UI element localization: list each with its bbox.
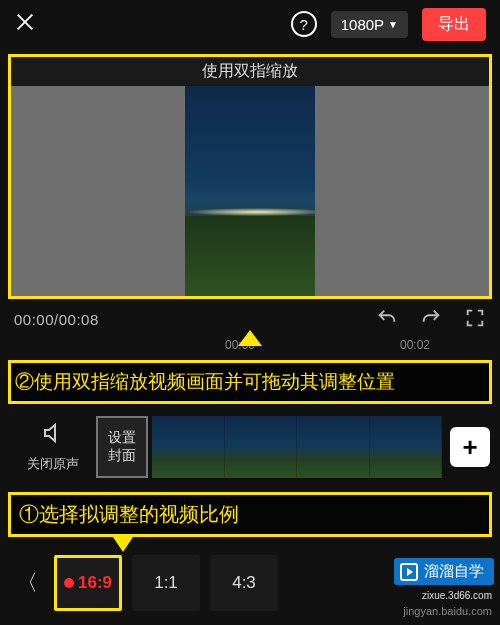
mute-audio-button[interactable]: 关闭原声: [10, 421, 96, 473]
clip-thumb[interactable]: [152, 416, 225, 478]
ratio-16-9-button[interactable]: 16:9: [54, 555, 122, 611]
clip-thumb[interactable]: [297, 416, 370, 478]
resolution-label: 1080P: [341, 16, 384, 33]
ratio-1-1-button[interactable]: 1:1: [132, 555, 200, 611]
annotation-step-1: ①选择拟调整的视频比例: [8, 492, 492, 537]
preview-stage[interactable]: [11, 86, 489, 296]
resolution-dropdown[interactable]: 1080P ▼: [331, 11, 408, 38]
time-display: 00:00/00:08: [14, 311, 99, 328]
record-dot-icon: [64, 578, 74, 588]
mute-label: 关闭原声: [10, 455, 96, 473]
cover-label-2: 封面: [108, 447, 136, 465]
help-icon[interactable]: ?: [291, 11, 317, 37]
timeline-ruler[interactable]: 00:00 00:02: [0, 338, 500, 356]
fullscreen-button[interactable]: [464, 307, 486, 332]
chevron-down-icon: ▼: [388, 19, 398, 30]
clip-strip[interactable]: [152, 416, 442, 478]
ratio-4-3-button[interactable]: 4:3: [210, 555, 278, 611]
watermark-domain: zixue.3d66.com: [422, 590, 492, 601]
watermark-source: jingyan.baidu.com: [403, 605, 492, 617]
preview-area[interactable]: 使用双指缩放: [8, 54, 492, 299]
speaker-icon: [10, 421, 96, 449]
annotation-step-2: ②使用双指缩放视频画面并可拖动其调整位置: [8, 360, 492, 404]
annotation-arrow-down-icon: [111, 534, 135, 552]
video-frame[interactable]: [185, 86, 315, 296]
annotation-step-1-text: ①选择拟调整的视频比例: [19, 503, 239, 525]
top-bar: ? 1080P ▼ 导出: [0, 0, 500, 48]
set-cover-button[interactable]: 设置 封面: [96, 416, 148, 478]
cover-label-1: 设置: [108, 429, 136, 447]
clip-row: 关闭原声 设置 封面 +: [0, 408, 500, 486]
redo-button[interactable]: [420, 307, 442, 332]
watermark-brand: 溜溜自学: [424, 562, 484, 581]
ruler-tick: 00:02: [400, 338, 430, 352]
watermark-badge: 溜溜自学: [394, 558, 494, 585]
add-clip-button[interactable]: +: [450, 427, 490, 467]
undo-button[interactable]: [376, 307, 398, 332]
close-icon[interactable]: [14, 11, 36, 37]
ratio-label: 16:9: [78, 573, 112, 593]
clip-thumb[interactable]: [370, 416, 443, 478]
export-button[interactable]: 导出: [422, 8, 486, 41]
annotation-arrow-up-icon: [238, 330, 262, 346]
back-button[interactable]: 〈: [10, 568, 44, 598]
clip-thumb[interactable]: [225, 416, 298, 478]
pinch-hint: 使用双指缩放: [11, 57, 489, 86]
watermark-play-icon: [400, 563, 418, 581]
